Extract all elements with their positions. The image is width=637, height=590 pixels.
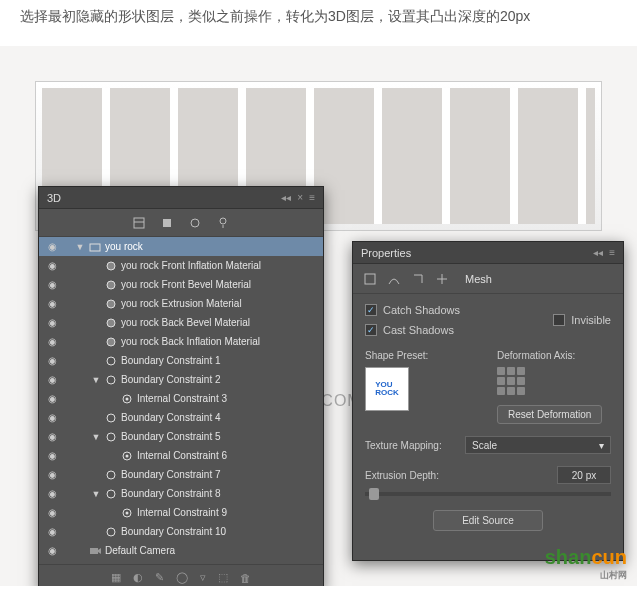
visibility-icon[interactable]: ◉ bbox=[45, 469, 59, 480]
footer-icon[interactable]: ⬚ bbox=[218, 571, 228, 584]
collapse-icon[interactable]: ◂◂ bbox=[281, 192, 291, 203]
panel-controls: ◂◂ × ≡ bbox=[281, 192, 315, 203]
menu-icon[interactable]: ≡ bbox=[309, 192, 315, 203]
tree-row[interactable]: ◉▼Boundary Constraint 8 bbox=[39, 484, 323, 503]
row-label: Boundary Constraint 2 bbox=[121, 374, 221, 385]
visibility-icon[interactable]: ◉ bbox=[45, 526, 59, 537]
visibility-icon[interactable]: ◉ bbox=[45, 355, 59, 366]
footer-icon[interactable]: ▿ bbox=[200, 571, 206, 584]
panel-3d-toolbar bbox=[39, 209, 323, 237]
visibility-icon[interactable]: ◉ bbox=[45, 488, 59, 499]
tree-row[interactable]: ◉Boundary Constraint 4 bbox=[39, 408, 323, 427]
svg-rect-6 bbox=[90, 244, 100, 251]
footer-icon[interactable]: ✎ bbox=[155, 571, 164, 584]
extrusion-depth-input[interactable]: 20 px bbox=[557, 466, 611, 484]
shape-preset-picker[interactable]: YOUROCK bbox=[365, 367, 409, 411]
filter-mesh-icon[interactable] bbox=[160, 216, 174, 230]
visibility-icon[interactable]: ◉ bbox=[45, 374, 59, 385]
constraint-icon bbox=[105, 526, 117, 538]
svg-point-3 bbox=[191, 219, 199, 227]
mesh-tab-icon[interactable] bbox=[363, 272, 377, 286]
tree-row[interactable]: ◉▼Boundary Constraint 2 bbox=[39, 370, 323, 389]
tree-row[interactable]: ◉Internal Constraint 3 bbox=[39, 389, 323, 408]
footer-icon[interactable]: ◐ bbox=[133, 571, 143, 584]
visibility-icon[interactable]: ◉ bbox=[45, 412, 59, 423]
visibility-icon[interactable]: ◉ bbox=[45, 317, 59, 328]
disclosure-icon[interactable]: ▼ bbox=[91, 432, 101, 442]
coord-tab-icon[interactable] bbox=[435, 272, 449, 286]
visibility-icon[interactable]: ◉ bbox=[45, 507, 59, 518]
filter-scene-icon[interactable] bbox=[132, 216, 146, 230]
filter-material-icon[interactable] bbox=[188, 216, 202, 230]
tree-row[interactable]: ◉you rock Front Inflation Material bbox=[39, 256, 323, 275]
reset-deformation-button[interactable]: Reset Deformation bbox=[497, 405, 602, 424]
svg-point-10 bbox=[107, 319, 115, 327]
tree-row[interactable]: ◉Default Camera bbox=[39, 541, 323, 557]
tree-row[interactable]: ◉Boundary Constraint 7 bbox=[39, 465, 323, 484]
disclosure-icon[interactable]: ▼ bbox=[91, 375, 101, 385]
constraint-icon bbox=[105, 355, 117, 367]
edit-source-button[interactable]: Edit Source bbox=[433, 510, 543, 531]
tree-row[interactable]: ◉▼you rock bbox=[39, 237, 323, 256]
disclosure-icon[interactable]: ▼ bbox=[75, 242, 85, 252]
tree-row[interactable]: ◉Internal Constraint 9 bbox=[39, 503, 323, 522]
svg-point-16 bbox=[107, 414, 115, 422]
row-label: Internal Constraint 6 bbox=[137, 450, 227, 461]
visibility-icon[interactable]: ◉ bbox=[45, 431, 59, 442]
texture-mapping-dropdown[interactable]: Scale ▾ bbox=[465, 436, 611, 454]
tree-row[interactable]: ◉you rock Back Inflation Material bbox=[39, 332, 323, 351]
tree-row[interactable]: ◉Boundary Constraint 1 bbox=[39, 351, 323, 370]
constraint-icon bbox=[105, 488, 117, 500]
tree-row[interactable]: ◉you rock Extrusion Material bbox=[39, 294, 323, 313]
footer-icon[interactable]: ▦ bbox=[111, 571, 121, 584]
scene-icon bbox=[89, 241, 101, 253]
panel-3d: 3D ◂◂ × ≡ ◉▼you rock◉you rock Front Infl… bbox=[38, 186, 324, 586]
trash-icon[interactable]: 🗑 bbox=[240, 572, 251, 584]
deformation-axis-grid[interactable] bbox=[497, 367, 525, 395]
row-label: Boundary Constraint 10 bbox=[121, 526, 226, 537]
panel-props-header[interactable]: Properties ◂◂ ≡ bbox=[353, 242, 623, 264]
tree-row[interactable]: ◉Boundary Constraint 10 bbox=[39, 522, 323, 541]
panel-properties: Properties ◂◂ ≡ Mesh ✓ Catch Shadows bbox=[352, 241, 624, 561]
visibility-icon[interactable]: ◉ bbox=[45, 336, 59, 347]
disclosure-icon[interactable]: ▼ bbox=[91, 489, 101, 499]
extrusion-depth-slider[interactable] bbox=[365, 492, 611, 496]
layer-tree[interactable]: ◉▼you rock◉you rock Front Inflation Mate… bbox=[39, 237, 323, 557]
visibility-icon[interactable]: ◉ bbox=[45, 260, 59, 271]
visibility-icon[interactable]: ◉ bbox=[45, 450, 59, 461]
collapse-icon[interactable]: ◂◂ bbox=[593, 247, 603, 258]
visibility-icon[interactable]: ◉ bbox=[45, 545, 59, 556]
visibility-icon[interactable]: ◉ bbox=[45, 241, 59, 252]
canvas-area: 三联网 3LIAN.COM 3D ◂◂ × ≡ ◉▼you rock◉you r… bbox=[0, 46, 637, 586]
cap-tab-icon[interactable] bbox=[411, 272, 425, 286]
close-icon[interactable]: × bbox=[297, 192, 303, 203]
tree-row[interactable]: ◉▼Boundary Constraint 5 bbox=[39, 427, 323, 446]
tree-row[interactable]: ◉Internal Constraint 6 bbox=[39, 446, 323, 465]
row-label: you rock Front Bevel Material bbox=[121, 279, 251, 290]
row-label: you rock Back Bevel Material bbox=[121, 317, 250, 328]
panel-3d-title: 3D bbox=[47, 192, 61, 204]
cast-shadows-checkbox[interactable]: ✓ Cast Shadows bbox=[365, 324, 460, 336]
invisible-checkbox[interactable]: Invisible bbox=[553, 304, 611, 336]
svg-point-20 bbox=[107, 471, 115, 479]
visibility-icon[interactable]: ◉ bbox=[45, 279, 59, 290]
menu-icon[interactable]: ≡ bbox=[609, 247, 615, 258]
svg-point-13 bbox=[107, 376, 115, 384]
row-label: Boundary Constraint 5 bbox=[121, 431, 221, 442]
svg-point-21 bbox=[107, 490, 115, 498]
visibility-icon[interactable]: ◉ bbox=[45, 393, 59, 404]
tree-row[interactable]: ◉you rock Back Bevel Material bbox=[39, 313, 323, 332]
catch-shadows-checkbox[interactable]: ✓ Catch Shadows bbox=[365, 304, 460, 316]
mesh-label: Mesh bbox=[465, 273, 492, 285]
footer-icon[interactable]: ◯ bbox=[176, 571, 188, 584]
svg-rect-2 bbox=[163, 219, 171, 227]
svg-point-19 bbox=[126, 454, 129, 457]
deform-tab-icon[interactable] bbox=[387, 272, 401, 286]
filter-light-icon[interactable] bbox=[216, 216, 230, 230]
svg-point-12 bbox=[107, 357, 115, 365]
row-label: Boundary Constraint 1 bbox=[121, 355, 221, 366]
tree-row[interactable]: ◉you rock Front Bevel Material bbox=[39, 275, 323, 294]
visibility-icon[interactable]: ◉ bbox=[45, 298, 59, 309]
row-label: Internal Constraint 3 bbox=[137, 393, 227, 404]
panel-3d-header[interactable]: 3D ◂◂ × ≡ bbox=[39, 187, 323, 209]
